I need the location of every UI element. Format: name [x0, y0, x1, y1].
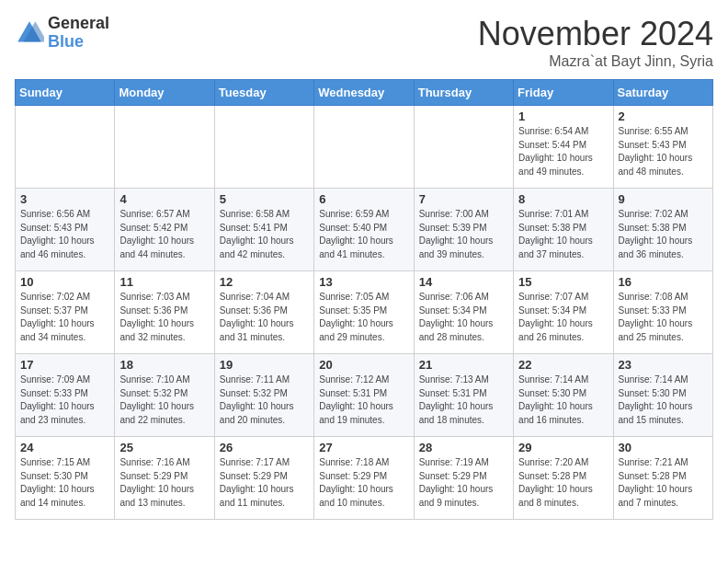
- calendar-cell: 11Sunrise: 7:03 AM Sunset: 5:36 PM Dayli…: [115, 271, 214, 354]
- calendar-week-row: 3Sunrise: 6:56 AM Sunset: 5:43 PM Daylig…: [16, 189, 713, 271]
- weekday-header: Sunday: [16, 80, 115, 106]
- calendar-cell: 14Sunrise: 7:06 AM Sunset: 5:34 PM Dayli…: [414, 271, 513, 354]
- location-text: Mazra`at Bayt Jinn, Syria: [478, 53, 713, 70]
- day-info: Sunrise: 7:02 AM Sunset: 5:37 PM Dayligh…: [20, 291, 109, 344]
- calendar-cell: 28Sunrise: 7:19 AM Sunset: 5:29 PM Dayli…: [414, 437, 513, 520]
- calendar-cell: [115, 106, 214, 189]
- weekday-header: Tuesday: [214, 80, 313, 106]
- day-info: Sunrise: 7:06 AM Sunset: 5:34 PM Dayligh…: [419, 291, 508, 344]
- day-info: Sunrise: 7:13 AM Sunset: 5:31 PM Dayligh…: [419, 373, 508, 427]
- calendar-cell: 2Sunrise: 6:55 AM Sunset: 5:43 PM Daylig…: [613, 106, 712, 189]
- calendar-header-row: SundayMondayTuesdayWednesdayThursdayFrid…: [16, 80, 713, 106]
- day-info: Sunrise: 7:16 AM Sunset: 5:29 PM Dayligh…: [119, 456, 209, 510]
- calendar-cell: 29Sunrise: 7:20 AM Sunset: 5:28 PM Dayli…: [514, 437, 613, 520]
- calendar-cell: [214, 106, 313, 189]
- calendar-cell: 13Sunrise: 7:05 AM Sunset: 5:35 PM Dayli…: [314, 271, 414, 354]
- title-block: November 2024 Mazra`at Bayt Jinn, Syria: [478, 15, 713, 70]
- calendar-week-row: 17Sunrise: 7:09 AM Sunset: 5:33 PM Dayli…: [16, 354, 713, 437]
- day-info: Sunrise: 7:15 AM Sunset: 5:30 PM Dayligh…: [20, 456, 109, 510]
- calendar-cell: 30Sunrise: 7:21 AM Sunset: 5:28 PM Dayli…: [613, 437, 712, 520]
- calendar-cell: 25Sunrise: 7:16 AM Sunset: 5:29 PM Dayli…: [115, 437, 214, 520]
- day-number: 24: [20, 441, 109, 454]
- day-info: Sunrise: 7:14 AM Sunset: 5:30 PM Dayligh…: [518, 373, 608, 427]
- weekday-header: Wednesday: [314, 80, 414, 106]
- calendar-cell: 16Sunrise: 7:08 AM Sunset: 5:33 PM Dayli…: [613, 271, 712, 354]
- calendar-cell: 4Sunrise: 6:57 AM Sunset: 5:42 PM Daylig…: [115, 189, 214, 271]
- day-number: 13: [319, 275, 408, 289]
- page-header: General Blue November 2024 Mazra`at Bayt…: [15, 15, 713, 70]
- day-number: 1: [518, 109, 608, 123]
- calendar-cell: 12Sunrise: 7:04 AM Sunset: 5:36 PM Dayli…: [214, 271, 313, 354]
- day-info: Sunrise: 7:04 AM Sunset: 5:36 PM Dayligh…: [220, 291, 309, 344]
- day-info: Sunrise: 6:57 AM Sunset: 5:42 PM Dayligh…: [119, 208, 209, 261]
- calendar-cell: 18Sunrise: 7:10 AM Sunset: 5:32 PM Dayli…: [115, 354, 214, 437]
- logo-general-text: General: [48, 15, 109, 33]
- calendar-cell: [314, 106, 414, 189]
- day-info: Sunrise: 7:00 AM Sunset: 5:39 PM Dayligh…: [419, 208, 508, 261]
- weekday-header: Friday: [514, 80, 613, 106]
- day-number: 18: [119, 358, 209, 372]
- day-number: 5: [220, 192, 309, 206]
- day-number: 27: [319, 441, 408, 454]
- day-info: Sunrise: 7:02 AM Sunset: 5:38 PM Dayligh…: [619, 208, 708, 261]
- day-number: 10: [20, 275, 109, 289]
- calendar-cell: 8Sunrise: 7:01 AM Sunset: 5:38 PM Daylig…: [514, 189, 613, 271]
- day-number: 7: [419, 192, 508, 206]
- day-number: 6: [319, 192, 408, 206]
- day-number: 2: [619, 109, 708, 123]
- day-number: 4: [119, 192, 209, 206]
- day-number: 25: [119, 441, 209, 454]
- calendar-cell: [16, 106, 115, 189]
- logo-blue-text: Blue: [48, 33, 109, 52]
- day-info: Sunrise: 7:12 AM Sunset: 5:31 PM Dayligh…: [319, 373, 408, 427]
- day-info: Sunrise: 7:09 AM Sunset: 5:33 PM Dayligh…: [20, 373, 109, 427]
- day-info: Sunrise: 7:01 AM Sunset: 5:38 PM Dayligh…: [518, 208, 608, 261]
- day-info: Sunrise: 7:10 AM Sunset: 5:32 PM Dayligh…: [119, 373, 209, 427]
- day-info: Sunrise: 7:19 AM Sunset: 5:29 PM Dayligh…: [419, 456, 508, 510]
- day-number: 20: [319, 358, 408, 372]
- calendar-cell: 1Sunrise: 6:54 AM Sunset: 5:44 PM Daylig…: [514, 106, 613, 189]
- calendar-cell: 24Sunrise: 7:15 AM Sunset: 5:30 PM Dayli…: [16, 437, 115, 520]
- calendar-cell: 10Sunrise: 7:02 AM Sunset: 5:37 PM Dayli…: [16, 271, 115, 354]
- calendar-week-row: 10Sunrise: 7:02 AM Sunset: 5:37 PM Dayli…: [16, 271, 713, 354]
- day-number: 3: [20, 192, 109, 206]
- day-info: Sunrise: 7:18 AM Sunset: 5:29 PM Dayligh…: [319, 456, 408, 510]
- day-info: Sunrise: 6:58 AM Sunset: 5:41 PM Dayligh…: [220, 208, 309, 261]
- day-number: 14: [419, 275, 508, 289]
- day-info: Sunrise: 7:21 AM Sunset: 5:28 PM Dayligh…: [619, 456, 708, 510]
- calendar-cell: 22Sunrise: 7:14 AM Sunset: 5:30 PM Dayli…: [514, 354, 613, 437]
- calendar-cell: 3Sunrise: 6:56 AM Sunset: 5:43 PM Daylig…: [16, 189, 115, 271]
- day-number: 15: [518, 275, 608, 289]
- calendar-cell: 6Sunrise: 6:59 AM Sunset: 5:40 PM Daylig…: [314, 189, 414, 271]
- day-info: Sunrise: 7:08 AM Sunset: 5:33 PM Dayligh…: [619, 291, 708, 344]
- calendar-cell: 9Sunrise: 7:02 AM Sunset: 5:38 PM Daylig…: [613, 189, 712, 271]
- day-number: 11: [119, 275, 209, 289]
- day-info: Sunrise: 7:07 AM Sunset: 5:34 PM Dayligh…: [518, 291, 608, 344]
- day-info: Sunrise: 7:17 AM Sunset: 5:29 PM Dayligh…: [220, 456, 309, 510]
- day-info: Sunrise: 6:54 AM Sunset: 5:44 PM Dayligh…: [518, 125, 608, 178]
- logo-icon: [15, 18, 44, 48]
- day-info: Sunrise: 7:20 AM Sunset: 5:28 PM Dayligh…: [518, 456, 608, 510]
- calendar-week-row: 1Sunrise: 6:54 AM Sunset: 5:44 PM Daylig…: [16, 106, 713, 189]
- day-info: Sunrise: 7:03 AM Sunset: 5:36 PM Dayligh…: [119, 291, 209, 344]
- day-number: 29: [518, 441, 608, 454]
- calendar-cell: 27Sunrise: 7:18 AM Sunset: 5:29 PM Dayli…: [314, 437, 414, 520]
- calendar-cell: 15Sunrise: 7:07 AM Sunset: 5:34 PM Dayli…: [514, 271, 613, 354]
- day-number: 26: [220, 441, 309, 454]
- day-number: 19: [220, 358, 309, 372]
- weekday-header: Monday: [115, 80, 214, 106]
- calendar-cell: [414, 106, 513, 189]
- day-number: 16: [619, 275, 708, 289]
- calendar-cell: 17Sunrise: 7:09 AM Sunset: 5:33 PM Dayli…: [16, 354, 115, 437]
- day-number: 17: [20, 358, 109, 372]
- calendar-week-row: 24Sunrise: 7:15 AM Sunset: 5:30 PM Dayli…: [16, 437, 713, 520]
- day-number: 9: [619, 192, 708, 206]
- calendar-cell: 19Sunrise: 7:11 AM Sunset: 5:32 PM Dayli…: [214, 354, 313, 437]
- calendar-cell: 23Sunrise: 7:14 AM Sunset: 5:30 PM Dayli…: [613, 354, 712, 437]
- day-info: Sunrise: 7:14 AM Sunset: 5:30 PM Dayligh…: [619, 373, 708, 427]
- day-number: 8: [518, 192, 608, 206]
- day-info: Sunrise: 7:05 AM Sunset: 5:35 PM Dayligh…: [319, 291, 408, 344]
- day-number: 30: [619, 441, 708, 454]
- day-info: Sunrise: 7:11 AM Sunset: 5:32 PM Dayligh…: [220, 373, 309, 427]
- weekday-header: Saturday: [613, 80, 712, 106]
